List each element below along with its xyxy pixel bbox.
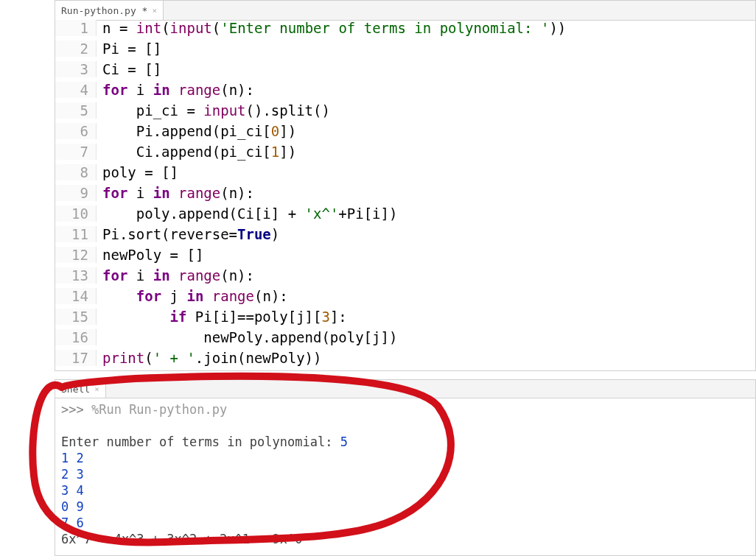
code-text[interactable]: Ci.append(pi_ci[1]) xyxy=(97,144,296,160)
line-number: 3 xyxy=(55,61,97,77)
line-number: 12 xyxy=(55,247,97,263)
code-text[interactable]: pi_ci = input().split() xyxy=(97,102,330,119)
shell-ask: Enter number of terms in polynomial: xyxy=(61,434,340,449)
shell-tab-title: Shell xyxy=(61,384,90,395)
code-text[interactable]: for i in range(n): xyxy=(97,267,254,284)
code-text[interactable]: n = int(input('Enter number of terms in … xyxy=(97,20,566,36)
code-line[interactable]: 15 if Pi[i]==poly[j][3]: xyxy=(55,309,755,329)
line-number: 2 xyxy=(55,41,97,57)
shell-output: 6x^7 + 4x^3 + 3x^2 + 2x^1 + 9x^0 xyxy=(61,532,303,546)
code-text[interactable]: Pi.sort(reverse=True) xyxy=(97,226,279,242)
code-line[interactable]: 3Ci = [] xyxy=(55,61,755,82)
code-text[interactable]: Pi.append(pi_ci[0]) xyxy=(97,123,296,139)
code-text[interactable]: if Pi[i]==poly[j][3]: xyxy=(97,309,347,325)
code-text[interactable]: print(' + '.join(newPoly)) xyxy=(97,350,321,366)
code-line[interactable]: 16 newPoly.append(poly[j]) xyxy=(55,329,755,350)
line-number: 5 xyxy=(55,102,97,119)
code-text[interactable]: poly = [] xyxy=(97,164,178,180)
code-line[interactable]: 17print(' + '.join(newPoly)) xyxy=(55,350,755,370)
line-number: 8 xyxy=(55,164,97,180)
code-text[interactable]: poly.append(Ci[i] + 'x^'+Pi[i]) xyxy=(97,205,397,222)
line-number: 11 xyxy=(55,226,97,242)
editor-tab-title: Run-python.py * xyxy=(61,5,147,16)
editor-tab-strip: Run-python.py * × xyxy=(55,1,755,21)
code-line[interactable]: 14 for j in range(n): xyxy=(55,288,755,309)
code-line[interactable]: 4for i in range(n): xyxy=(55,82,755,102)
line-number: 4 xyxy=(55,82,97,98)
code-line[interactable]: 12newPoly = [] xyxy=(55,247,755,267)
shell-ask-answer: 5 xyxy=(340,434,348,449)
code-text[interactable]: newPoly = [] xyxy=(97,247,203,263)
code-line[interactable]: 1n = int(input('Enter number of terms in… xyxy=(55,20,755,41)
code-text[interactable]: for i in range(n): xyxy=(97,82,254,98)
shell-input-line: 2 3 xyxy=(61,467,84,482)
editor-pane: Run-python.py * × 1n = int(input('Enter … xyxy=(55,0,756,371)
shell-tab-strip: Shell × xyxy=(55,380,755,398)
line-number: 7 xyxy=(55,144,97,160)
close-icon[interactable]: × xyxy=(94,384,99,394)
line-number: 15 xyxy=(55,309,97,325)
code-text[interactable]: for i in range(n): xyxy=(97,185,254,201)
shell-prompt: >>> xyxy=(61,402,91,417)
code-line[interactable]: 10 poly.append(Ci[i] + 'x^'+Pi[i]) xyxy=(55,205,755,226)
code-area[interactable]: 1n = int(input('Enter number of terms in… xyxy=(55,20,755,370)
shell-input-line: 3 4 xyxy=(61,483,84,498)
line-number: 17 xyxy=(55,350,97,366)
line-number: 10 xyxy=(55,205,97,222)
line-number: 13 xyxy=(55,267,97,284)
shell-input-line: 7 6 xyxy=(61,515,84,530)
line-number: 9 xyxy=(55,185,97,201)
shell-run-cmd: %Run Run-python.py xyxy=(91,402,227,417)
code-line[interactable]: 5 pi_ci = input().split() xyxy=(55,102,755,123)
code-line[interactable]: 7 Ci.append(pi_ci[1]) xyxy=(55,144,755,164)
code-line[interactable]: 6 Pi.append(pi_ci[0]) xyxy=(55,123,755,144)
code-text[interactable]: for j in range(n): xyxy=(97,288,288,304)
code-text[interactable]: Pi = [] xyxy=(97,41,161,57)
shell-input-line: 1 2 xyxy=(61,451,84,465)
line-number: 16 xyxy=(55,329,97,345)
line-number: 1 xyxy=(55,20,97,36)
code-line[interactable]: 9for i in range(n): xyxy=(55,185,755,205)
code-line[interactable]: 8poly = [] xyxy=(55,164,755,185)
code-line[interactable]: 2Pi = [] xyxy=(55,41,755,61)
shell-pane: Shell × >>> %Run Run-python.py Enter num… xyxy=(55,379,756,556)
shell-tab[interactable]: Shell × xyxy=(55,380,106,398)
code-text[interactable]: newPoly.append(poly[j]) xyxy=(97,329,397,345)
shell-body[interactable]: >>> %Run Run-python.py Enter number of t… xyxy=(55,398,755,553)
line-number: 14 xyxy=(55,288,97,304)
editor-tab[interactable]: Run-python.py * × xyxy=(55,1,164,20)
close-icon[interactable]: × xyxy=(152,6,157,15)
line-number: 6 xyxy=(55,123,97,139)
code-line[interactable]: 11Pi.sort(reverse=True) xyxy=(55,226,755,247)
code-text[interactable]: Ci = [] xyxy=(97,61,161,77)
shell-input-line: 0 9 xyxy=(61,499,84,514)
code-line[interactable]: 13for i in range(n): xyxy=(55,267,755,288)
